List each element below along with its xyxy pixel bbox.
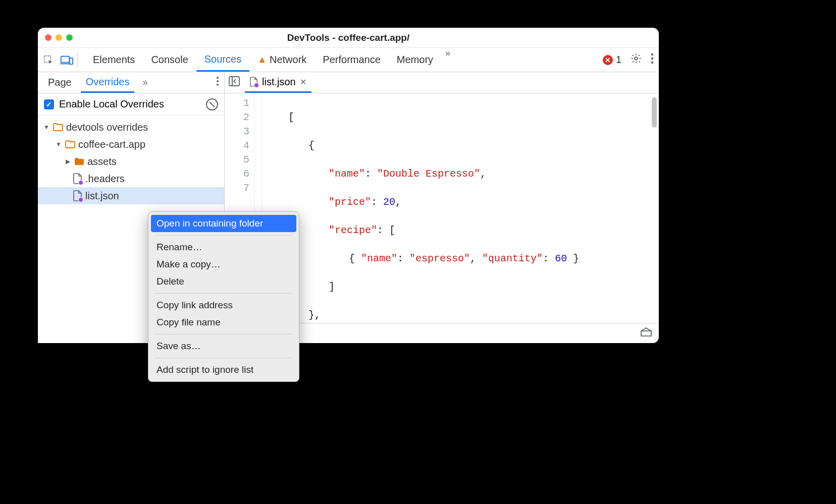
tree-label: assets (87, 156, 117, 167)
traffic-lights (45, 34, 73, 41)
enable-overrides-checkbox[interactable]: ✓ (44, 99, 54, 109)
error-count-badge[interactable]: ✕ 1 (603, 54, 621, 66)
main-toolbar: Elements Console Sources ▲ Network Perfo… (38, 48, 659, 72)
coverage-toggle-icon[interactable] (641, 327, 652, 339)
svg-point-8 (217, 77, 219, 79)
tab-console[interactable]: Console (143, 48, 196, 72)
device-toolbar-icon[interactable] (60, 54, 73, 66)
editor-tab-label: list.json (262, 76, 296, 88)
window-title: DevTools - coffee-cart.app/ (38, 32, 659, 43)
more-options-icon[interactable] (651, 53, 654, 67)
menu-separator (154, 293, 293, 294)
svg-point-5 (651, 53, 653, 55)
expand-arrow-icon: ▶ (64, 158, 71, 165)
tree-label: list.json (85, 190, 119, 202)
close-window-button[interactable] (45, 34, 51, 41)
file-tree: ▼ devtools overrides ▼ coffee-cart.app (38, 116, 224, 207)
clear-overrides-icon[interactable] (206, 98, 218, 110)
context-menu-save-as[interactable]: Save as… (148, 338, 299, 355)
navigator-more-tabs[interactable]: » (138, 77, 151, 88)
navigator-tab-overrides[interactable]: Overrides (81, 72, 135, 93)
context-menu-copy-name[interactable]: Copy file name (148, 314, 299, 331)
inspect-element-icon[interactable] (43, 54, 54, 66)
overrides-toolbar: ✓ Enable Local Overrides (38, 93, 224, 116)
override-indicator-icon (78, 180, 83, 185)
tree-label: coffee-cart.app (78, 139, 145, 150)
folder-icon (65, 140, 75, 148)
error-icon: ✕ (603, 55, 613, 65)
settings-icon[interactable] (631, 53, 642, 67)
panel-tabs: Elements Console Sources ▲ Network Perfo… (85, 48, 454, 72)
menu-separator (154, 334, 293, 334)
tab-memory[interactable]: Memory (389, 48, 441, 72)
svg-point-10 (217, 84, 219, 86)
expand-arrow-icon: ▼ (55, 141, 62, 148)
editor-tab-listjson[interactable]: list.json ✕ (245, 72, 311, 93)
enable-overrides-label: Enable Local Overrides (59, 98, 164, 110)
titlebar: DevTools - coffee-cart.app/ (38, 28, 659, 48)
tab-network[interactable]: ▲ Network (249, 48, 315, 72)
editor-tabs: list.json ✕ (225, 72, 659, 93)
navigator-tabs: Page Overrides » (38, 72, 224, 93)
tree-file-headers[interactable]: .headers (38, 170, 224, 187)
navigator-more-options-icon[interactable] (216, 76, 219, 89)
tree-folder-assets[interactable]: ▶ assets (38, 153, 224, 170)
svg-point-7 (651, 62, 653, 64)
context-menu-copy-link[interactable]: Copy link address (148, 297, 299, 314)
devtools-window: DevTools - coffee-cart.app/ Elements Con… (38, 28, 659, 343)
expand-arrow-icon: ▼ (43, 124, 50, 131)
tab-network-label: Network (270, 54, 306, 66)
error-count: 1 (616, 54, 621, 66)
context-menu-delete[interactable]: Delete (148, 273, 299, 290)
scrollbar[interactable] (652, 97, 657, 128)
svg-point-6 (651, 58, 653, 60)
tree-label: devtools overrides (66, 122, 148, 133)
body: Page Overrides » ✓ Enable Local Override… (38, 72, 659, 343)
folder-icon (53, 123, 63, 131)
tree-label: .headers (85, 173, 125, 185)
tree-folder-domain[interactable]: ▼ coffee-cart.app (38, 136, 224, 153)
tab-elements[interactable]: Elements (85, 48, 143, 72)
context-menu-open-folder[interactable]: Open in containing folder (151, 215, 296, 232)
code-content[interactable]: [ { "name": "Double Espresso", "price": … (262, 93, 659, 323)
svg-rect-1 (61, 56, 70, 62)
context-menu-add-ignore[interactable]: Add script to ignore list (148, 361, 299, 378)
override-indicator-icon (78, 197, 83, 202)
context-menu: Open in containing folder Rename… Make a… (148, 211, 299, 382)
svg-point-9 (217, 80, 219, 82)
svg-point-4 (635, 57, 638, 60)
warning-icon: ▲ (257, 54, 267, 65)
maximize-window-button[interactable] (66, 34, 73, 41)
context-menu-make-copy[interactable]: Make a copy… (148, 256, 299, 273)
menu-separator (154, 358, 293, 358)
toggle-navigator-icon[interactable] (229, 76, 240, 89)
context-menu-rename[interactable]: Rename… (148, 239, 299, 256)
tab-sources[interactable]: Sources (196, 48, 249, 72)
more-tabs-button[interactable]: » (441, 48, 454, 72)
minimize-window-button[interactable] (56, 34, 62, 41)
file-icon (73, 190, 82, 201)
tab-performance[interactable]: Performance (315, 48, 389, 72)
folder-icon (74, 157, 84, 165)
svg-rect-13 (641, 331, 651, 336)
tree-file-listjson[interactable]: list.json (38, 187, 224, 204)
file-icon (73, 173, 82, 184)
menu-separator (154, 235, 293, 236)
tree-folder-root[interactable]: ▼ devtools overrides (38, 119, 224, 136)
close-tab-icon[interactable]: ✕ (300, 77, 306, 87)
file-icon (250, 77, 258, 87)
override-indicator-icon (254, 83, 259, 88)
navigator-tab-page[interactable]: Page (43, 72, 77, 93)
